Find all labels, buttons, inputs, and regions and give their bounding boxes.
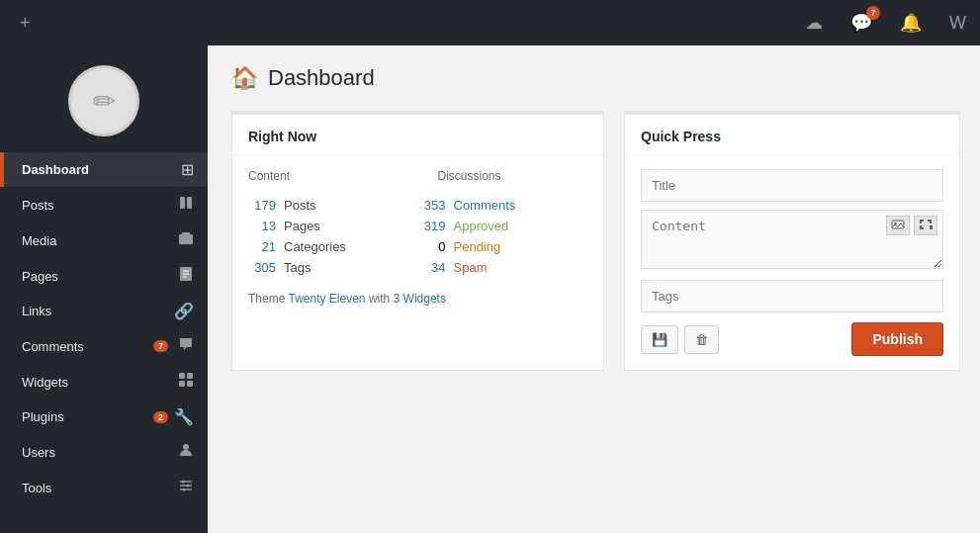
add-media-icon[interactable] — [886, 216, 910, 235]
approved-label: Approved — [454, 219, 509, 233]
list-item: 13 Pages — [248, 216, 418, 236]
rightnow-headers: Content Discussions — [248, 169, 587, 183]
reset-button[interactable]: 🗑 — [684, 325, 719, 354]
categories-label: Categories — [284, 239, 346, 254]
svg-rect-0 — [180, 197, 185, 209]
site-logo: ✏ — [68, 65, 139, 136]
trash-icon: 🗑 — [695, 332, 708, 347]
dashboard-icon: ⊞ — [168, 160, 194, 179]
tools-icon — [168, 478, 194, 497]
comments-count: 353 — [418, 198, 454, 213]
posts-icon — [168, 195, 194, 215]
add-new-icon[interactable]: + — [8, 0, 43, 45]
sidebar-item-pages[interactable]: Pages — [0, 258, 208, 294]
rightnow-title: Right Now — [232, 115, 603, 155]
sidebar-item-tools[interactable]: Tools — [0, 470, 208, 505]
list-item: 21 Categories — [248, 236, 418, 257]
svg-rect-10 — [179, 381, 185, 387]
quickpress-actions: 💾 🗑 Publish — [641, 322, 943, 356]
title-input[interactable] — [641, 169, 943, 202]
publish-button[interactable]: Publish — [851, 322, 943, 356]
sidebar-item-widgets[interactable]: Widgets — [0, 364, 208, 400]
rightnow-data-rows: 179 Posts 13 Pages 21 Categories — [248, 195, 587, 278]
tags-field — [641, 280, 943, 312]
content-column: 179 Posts 13 Pages 21 Categories — [248, 195, 418, 278]
pages-count: 13 — [248, 219, 284, 233]
discussions-col-header: Discussions — [438, 169, 588, 183]
page-title: Dashboard — [268, 65, 375, 91]
svg-rect-9 — [187, 373, 193, 379]
content-area: 🏠 Dashboard Right Now Content Discussion… — [208, 45, 980, 533]
top-bar: + ☁ 💬 7 🔔 W — [0, 0, 980, 45]
discussions-column: 353 Comments 319 Approved 0 Pending — [418, 195, 588, 278]
top-bar-right: ☁ 💬 7 🔔 W — [791, 0, 980, 45]
top-bar-left: + — [8, 0, 43, 45]
content-col-header: Content — [248, 169, 399, 183]
plugins-icon: 🔧 — [168, 407, 194, 426]
tags-count: 305 — [248, 260, 284, 275]
svg-rect-8 — [179, 373, 185, 379]
svg-rect-3 — [182, 232, 190, 235]
list-item: 0 Pending — [418, 236, 588, 257]
comments-disc-label: Comments — [454, 198, 516, 213]
wordpress-icon[interactable]: W — [935, 0, 980, 45]
sidebar: ✏ Dashboard ⊞ Posts Media Pages Links — [0, 45, 208, 533]
list-item: 319 Approved — [418, 216, 588, 236]
tags-label: Tags — [284, 260, 311, 275]
dashboard-title-icon: 🏠 — [231, 65, 258, 91]
list-item: 353 Comments — [418, 195, 588, 216]
approved-count: 319 — [418, 219, 454, 233]
spam-label: Spam — [454, 260, 488, 275]
posts-count: 179 — [248, 198, 284, 213]
comments-nav-icon — [168, 336, 194, 356]
content-field — [641, 210, 943, 272]
pages-label: Pages — [284, 219, 320, 233]
pending-count: 0 — [418, 239, 454, 254]
svg-point-12 — [183, 444, 189, 450]
spam-count: 34 — [418, 260, 454, 275]
svg-rect-11 — [187, 381, 193, 387]
theme-link[interactable]: Twenty Eleven — [288, 292, 365, 306]
categories-count: 21 — [248, 239, 284, 254]
comments-sidebar-badge: 7 — [153, 340, 168, 352]
content-toolbar — [886, 216, 937, 235]
sidebar-logo: ✏ — [0, 55, 208, 152]
widgets-link[interactable]: 3 Widgets — [394, 292, 446, 306]
rightnow-widget: Right Now Content Discussions 179 Posts — [231, 111, 604, 371]
list-item: 34 Spam — [418, 257, 588, 278]
dashboard-grid: Right Now Content Discussions 179 Posts — [231, 111, 960, 371]
quickpress-widget: Quick Press — [624, 111, 960, 371]
svg-rect-2 — [179, 234, 193, 244]
sidebar-item-links[interactable]: Links 🔗 — [0, 294, 208, 328]
theme-line: Theme Twenty Eleven with 3 Widgets — [248, 292, 587, 306]
tags-input[interactable] — [641, 280, 943, 312]
rightnow-content: Content Discussions 179 Posts 13 — [232, 155, 603, 319]
plugins-sidebar-badge: 2 — [153, 411, 168, 423]
svg-point-17 — [187, 485, 190, 488]
comments-icon[interactable]: 💬 7 — [837, 0, 886, 45]
sidebar-item-media[interactable]: Media — [0, 222, 208, 258]
sidebar-item-posts[interactable]: Posts — [0, 187, 208, 222]
sidebar-item-plugins[interactable]: Plugins 2 🔧 — [0, 400, 208, 434]
media-icon — [168, 230, 194, 250]
quickpress-form: 💾 🗑 Publish — [625, 155, 959, 370]
svg-point-18 — [183, 489, 186, 491]
pages-icon — [168, 266, 194, 286]
page-title-row: 🏠 Dashboard — [231, 65, 960, 91]
main-layout: ✏ Dashboard ⊞ Posts Media Pages Links — [0, 45, 980, 533]
list-item: 305 Tags — [248, 257, 418, 278]
notifications-icon[interactable]: 🔔 — [886, 0, 935, 45]
pending-label: Pending — [454, 239, 501, 254]
posts-label: Posts — [284, 198, 316, 213]
quickpress-title: Quick Press — [625, 115, 959, 155]
title-field — [641, 169, 943, 202]
cloud-icon[interactable]: ☁ — [791, 0, 837, 45]
sidebar-item-dashboard[interactable]: Dashboard ⊞ — [0, 152, 208, 187]
fullscreen-icon[interactable] — [914, 216, 937, 235]
save-draft-button[interactable]: 💾 — [641, 325, 678, 354]
save-icon: 💾 — [652, 332, 668, 347]
sidebar-item-comments[interactable]: Comments 7 — [0, 328, 208, 364]
svg-point-16 — [182, 481, 185, 484]
comments-badge: 7 — [866, 6, 880, 20]
sidebar-item-users[interactable]: Users — [0, 434, 208, 470]
